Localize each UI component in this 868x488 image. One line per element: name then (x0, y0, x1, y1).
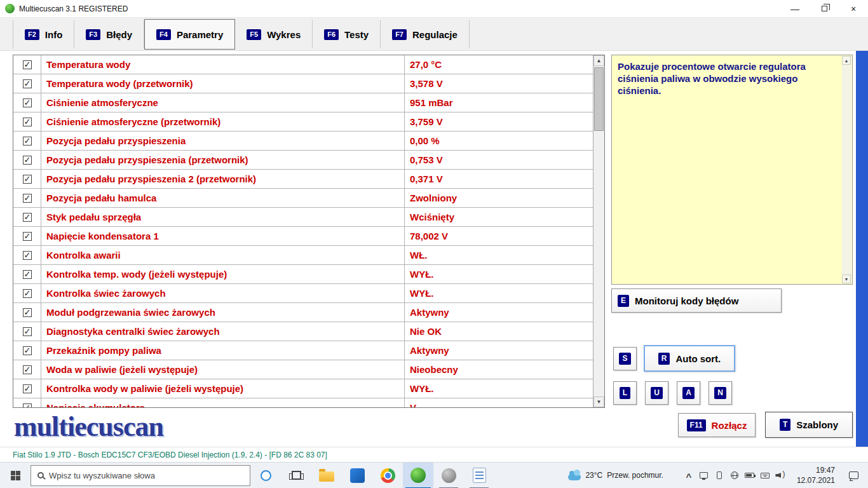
display-icon (700, 472, 708, 478)
cortana-button[interactable] (250, 463, 281, 488)
table-row[interactable]: ✓Ciśnienie atmosferyczne (przetwornik)3,… (13, 112, 593, 132)
scroll-up-icon[interactable]: ▲ (593, 55, 604, 66)
row-checkbox[interactable]: ✓ (13, 303, 41, 322)
taskbar-clock[interactable]: 19:47 12.07.2021 (797, 465, 835, 485)
row-checkbox[interactable]: ✓ (13, 284, 41, 302)
file-explorer-taskbar-button[interactable] (311, 463, 342, 488)
table-row[interactable]: ✓Diagnostyka centralki świec żarowychNie… (13, 322, 593, 341)
table-row[interactable]: ✓Temperatura wody (przetwornik)3,578 V (13, 74, 593, 93)
row-checkbox[interactable]: ✓ (13, 208, 41, 226)
check-icon: ✓ (24, 308, 31, 317)
row-checkbox[interactable]: ✓ (13, 341, 41, 360)
table-row[interactable]: ✓Kontrolka wody w paliwie (jeżeli występ… (13, 379, 593, 398)
phone-tray-button[interactable] (712, 463, 727, 488)
row-checkbox[interactable]: ✓ (13, 74, 41, 93)
display-tray-button[interactable] (696, 463, 712, 488)
table-row[interactable]: ✓Styk pedału sprzęgłaWciśnięty (13, 208, 593, 227)
info-text: Pokazuje procentowe otwarcie regulatora … (612, 55, 852, 102)
sort-s-button[interactable]: S (613, 347, 637, 370)
clock-date: 12.07.2021 (797, 475, 835, 485)
table-row[interactable]: ✓Kontrolka świec żarowychWYŁ. (13, 284, 593, 303)
info-scroll-up-icon[interactable]: ▲ (842, 56, 851, 65)
hiddens-chevron-tray-button[interactable] (681, 463, 696, 488)
close-button[interactable]: × (839, 0, 868, 18)
check-icon: ✓ (24, 250, 31, 260)
tab-parametry[interactable]: F4Parametry (144, 19, 235, 50)
table-row[interactable]: ✓Pozycja pedału hamulcaZwolniony (13, 189, 593, 208)
table-row[interactable]: ✓Napięcie akumulatoraV (13, 398, 593, 407)
monitor-error-codes-button[interactable]: E Monitoruj kody błędów (611, 288, 782, 313)
sort-l-button[interactable]: L (613, 381, 637, 405)
row-checkbox[interactable]: ✓ (13, 55, 41, 74)
table-row[interactable]: ✓Pozycja pedału przyspieszenia0,00 % (13, 132, 593, 151)
table-row[interactable]: ✓Kontrolka temp. wody (jeżeli występuje)… (13, 265, 593, 284)
restore-button[interactable] (810, 0, 839, 18)
multiecuscan-taskbar-button[interactable] (403, 463, 433, 488)
tab-info[interactable]: F2Info (13, 20, 74, 48)
tab-bar: F2InfoF3BłędyF4ParametryF5WykresF6TestyF… (0, 18, 868, 51)
sort-n-button[interactable]: N (709, 381, 732, 405)
row-checkbox[interactable]: ✓ (13, 322, 41, 341)
scroll-thumb[interactable] (594, 67, 604, 131)
sort-u-button[interactable]: U (645, 381, 668, 405)
auto-sort-label: Auto sort. (675, 353, 721, 364)
table-row[interactable]: ✓Przekaźnik pompy paliwaAktywny (13, 341, 593, 360)
row-checkbox[interactable]: ✓ (13, 112, 41, 131)
info-scrollbar[interactable]: ▲ ▼ (842, 56, 851, 283)
tab-wykres[interactable]: F5Wykres (235, 20, 313, 48)
param-value: WYŁ. (405, 284, 593, 302)
row-checkbox[interactable]: ✓ (13, 227, 41, 245)
file-explorer-icon (319, 471, 334, 482)
tab-testy[interactable]: F6Testy (313, 20, 381, 48)
table-row[interactable]: ✓Woda w paliwie (jeżeli występuje)Nieobe… (13, 360, 593, 379)
fkey-badge: F6 (324, 29, 339, 40)
sort-a-button[interactable]: A (677, 381, 700, 405)
taskbar-search[interactable] (31, 465, 250, 486)
blue-app-taskbar-button[interactable] (342, 463, 372, 488)
table-row[interactable]: ✓Pozycja pedału przyspieszenia 2 (przetw… (13, 170, 593, 189)
row-checkbox[interactable]: ✓ (13, 379, 41, 398)
row-checkbox[interactable]: ✓ (13, 151, 41, 169)
param-value: Aktywny (405, 303, 593, 322)
action-center-button[interactable] (841, 463, 865, 488)
param-name: Przekaźnik pompy paliwa (41, 341, 405, 360)
weather-widget[interactable]: 23°C Przew. pochmur. (559, 471, 672, 480)
network-globe-tray-button[interactable] (727, 463, 742, 488)
disconnect-button[interactable]: F11 Rozłącz (678, 413, 756, 437)
table-row[interactable]: ✓Kontrolka awariiWŁ. (13, 246, 593, 265)
table-row[interactable]: ✓Ciśnienie atmosferyczne951 mBar (13, 93, 593, 112)
row-checkbox[interactable]: ✓ (13, 265, 41, 283)
templates-button[interactable]: T Szablony (765, 412, 853, 438)
table-scrollbar[interactable]: ▲ ▼ (593, 55, 604, 407)
param-name: Ciśnienie atmosferyczne (przetwornik) (41, 112, 405, 131)
tab-regulacje[interactable]: F7Regulacje (381, 20, 470, 48)
row-checkbox[interactable]: ✓ (13, 170, 41, 188)
row-checkbox[interactable]: ✓ (13, 398, 41, 407)
info-scroll-down-icon[interactable]: ▼ (842, 274, 851, 283)
table-row[interactable]: ✓Moduł podgrzewania świec żarowychAktywn… (13, 303, 593, 322)
param-value: 0,00 % (405, 132, 593, 150)
row-checkbox[interactable]: ✓ (13, 132, 41, 150)
row-checkbox[interactable]: ✓ (13, 246, 41, 264)
param-name: Pozycja pedału przyspieszenia 2 (przetwo… (41, 170, 405, 188)
start-button[interactable] (0, 463, 31, 488)
volume-tray-button[interactable] (773, 463, 788, 488)
search-input[interactable] (49, 471, 243, 480)
scroll-down-icon[interactable]: ▼ (593, 396, 604, 407)
chrome-taskbar-button[interactable] (372, 463, 403, 488)
gray-app-taskbar-button[interactable] (433, 463, 464, 488)
battery-tray-button[interactable] (742, 463, 757, 488)
task-view-button[interactable] (281, 463, 311, 488)
tab-bledy[interactable]: F3Błędy (74, 20, 144, 48)
row-checkbox[interactable]: ✓ (13, 93, 41, 112)
table-row[interactable]: ✓Napięcie kondensatora 178,002 V (13, 227, 593, 246)
auto-sort-button[interactable]: R Auto sort. (644, 345, 735, 372)
row-checkbox[interactable]: ✓ (13, 189, 41, 207)
minimize-button[interactable]: — (780, 0, 810, 18)
document-app-taskbar-button[interactable] (464, 463, 494, 488)
table-row[interactable]: ✓Pozycja pedału przyspieszenia (przetwor… (13, 151, 593, 170)
check-icon: ✓ (24, 136, 31, 146)
table-row[interactable]: ✓Temperatura wody27,0 °C (13, 55, 593, 74)
row-checkbox[interactable]: ✓ (13, 360, 41, 379)
keyboard-tray-button[interactable] (757, 463, 773, 488)
